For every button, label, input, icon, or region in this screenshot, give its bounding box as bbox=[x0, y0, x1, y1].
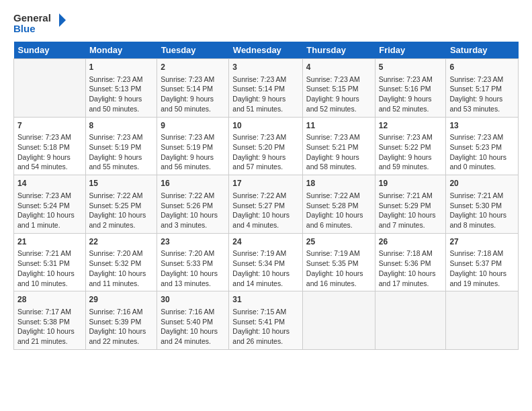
calendar-cell bbox=[302, 291, 375, 350]
day-info: Sunrise: 7:21 AM Sunset: 5:30 PM Dayligh… bbox=[449, 191, 515, 230]
day-number: 29 bbox=[89, 294, 154, 306]
day-info: Sunrise: 7:19 AM Sunset: 5:35 PM Dayligh… bbox=[306, 248, 371, 288]
calendar-cell: 29Sunrise: 7:16 AM Sunset: 5:39 PM Dayli… bbox=[85, 291, 157, 350]
day-number: 20 bbox=[449, 178, 515, 189]
day-number: 3 bbox=[232, 62, 299, 73]
day-info: Sunrise: 7:22 AM Sunset: 5:25 PM Dayligh… bbox=[89, 191, 154, 230]
day-number: 27 bbox=[449, 236, 515, 248]
weekday-header-wednesday: Wednesday bbox=[229, 42, 303, 59]
day-number: 14 bbox=[17, 178, 82, 189]
day-number: 24 bbox=[232, 236, 299, 248]
day-number: 19 bbox=[379, 178, 443, 189]
svg-text:General: General bbox=[13, 12, 51, 24]
weekday-header-sunday: Sunday bbox=[14, 42, 86, 59]
calendar-cell: 2Sunrise: 7:23 AM Sunset: 5:14 PM Daylig… bbox=[157, 59, 229, 118]
day-info: Sunrise: 7:20 AM Sunset: 5:32 PM Dayligh… bbox=[89, 248, 154, 288]
weekday-header-friday: Friday bbox=[375, 42, 446, 59]
calendar-cell: 20Sunrise: 7:21 AM Sunset: 5:30 PM Dayli… bbox=[446, 175, 519, 234]
day-info: Sunrise: 7:23 AM Sunset: 5:21 PM Dayligh… bbox=[306, 132, 371, 172]
calendar-cell: 31Sunrise: 7:15 AM Sunset: 5:41 PM Dayli… bbox=[229, 291, 303, 350]
calendar-cell: 11Sunrise: 7:23 AM Sunset: 5:21 PM Dayli… bbox=[302, 117, 375, 175]
calendar-cell: 1Sunrise: 7:23 AM Sunset: 5:13 PM Daylig… bbox=[85, 59, 157, 118]
calendar-cell: 16Sunrise: 7:22 AM Sunset: 5:26 PM Dayli… bbox=[157, 175, 229, 234]
calendar-cell: 15Sunrise: 7:22 AM Sunset: 5:25 PM Dayli… bbox=[85, 175, 157, 234]
calendar-cell bbox=[375, 291, 446, 350]
calendar-cell: 6Sunrise: 7:23 AM Sunset: 5:17 PM Daylig… bbox=[446, 59, 519, 118]
day-number: 15 bbox=[89, 178, 154, 189]
week-row-2: 7Sunrise: 7:23 AM Sunset: 5:18 PM Daylig… bbox=[14, 117, 519, 175]
calendar-cell: 12Sunrise: 7:23 AM Sunset: 5:22 PM Dayli… bbox=[375, 117, 446, 175]
weekday-header-saturday: Saturday bbox=[446, 42, 519, 59]
day-number: 7 bbox=[17, 120, 82, 132]
day-info: Sunrise: 7:23 AM Sunset: 5:22 PM Dayligh… bbox=[379, 132, 443, 172]
day-info: Sunrise: 7:22 AM Sunset: 5:27 PM Dayligh… bbox=[232, 191, 299, 230]
calendar-cell: 17Sunrise: 7:22 AM Sunset: 5:27 PM Dayli… bbox=[229, 175, 303, 234]
day-number: 12 bbox=[379, 120, 443, 132]
calendar-cell: 7Sunrise: 7:23 AM Sunset: 5:18 PM Daylig… bbox=[14, 117, 86, 175]
calendar-cell: 26Sunrise: 7:18 AM Sunset: 5:36 PM Dayli… bbox=[375, 233, 446, 291]
day-info: Sunrise: 7:18 AM Sunset: 5:36 PM Dayligh… bbox=[379, 248, 443, 288]
day-number: 8 bbox=[89, 120, 154, 132]
day-info: Sunrise: 7:17 AM Sunset: 5:38 PM Dayligh… bbox=[17, 307, 82, 347]
weekday-header-thursday: Thursday bbox=[302, 42, 375, 59]
calendar-cell: 22Sunrise: 7:20 AM Sunset: 5:32 PM Dayli… bbox=[85, 233, 157, 291]
svg-text:Blue: Blue bbox=[13, 23, 36, 34]
day-info: Sunrise: 7:19 AM Sunset: 5:34 PM Dayligh… bbox=[232, 248, 299, 288]
calendar-cell: 10Sunrise: 7:23 AM Sunset: 5:20 PM Dayli… bbox=[229, 117, 303, 175]
day-number: 2 bbox=[161, 62, 225, 73]
weekday-header-monday: Monday bbox=[85, 42, 157, 59]
day-info: Sunrise: 7:16 AM Sunset: 5:39 PM Dayligh… bbox=[89, 307, 154, 347]
day-info: Sunrise: 7:23 AM Sunset: 5:23 PM Dayligh… bbox=[449, 132, 515, 172]
day-number: 4 bbox=[306, 62, 371, 73]
calendar-cell: 13Sunrise: 7:23 AM Sunset: 5:23 PM Dayli… bbox=[446, 117, 519, 175]
week-row-5: 28Sunrise: 7:17 AM Sunset: 5:38 PM Dayli… bbox=[14, 291, 519, 350]
logo: General Blue bbox=[13, 11, 67, 35]
day-number: 23 bbox=[161, 236, 225, 248]
day-info: Sunrise: 7:21 AM Sunset: 5:29 PM Dayligh… bbox=[379, 191, 443, 230]
day-number: 17 bbox=[232, 178, 299, 189]
week-row-4: 21Sunrise: 7:21 AM Sunset: 5:31 PM Dayli… bbox=[14, 233, 519, 291]
calendar-cell: 25Sunrise: 7:19 AM Sunset: 5:35 PM Dayli… bbox=[302, 233, 375, 291]
day-info: Sunrise: 7:22 AM Sunset: 5:26 PM Dayligh… bbox=[161, 191, 225, 230]
day-info: Sunrise: 7:23 AM Sunset: 5:19 PM Dayligh… bbox=[161, 132, 225, 172]
calendar-cell: 5Sunrise: 7:23 AM Sunset: 5:16 PM Daylig… bbox=[375, 59, 446, 118]
day-info: Sunrise: 7:23 AM Sunset: 5:19 PM Dayligh… bbox=[89, 132, 154, 172]
day-number: 21 bbox=[17, 236, 82, 248]
day-info: Sunrise: 7:23 AM Sunset: 5:13 PM Dayligh… bbox=[89, 75, 154, 114]
day-number: 10 bbox=[232, 120, 299, 132]
header: General Blue bbox=[13, 11, 519, 35]
calendar-cell: 28Sunrise: 7:17 AM Sunset: 5:38 PM Dayli… bbox=[14, 291, 86, 350]
day-info: Sunrise: 7:23 AM Sunset: 5:15 PM Dayligh… bbox=[306, 75, 371, 114]
calendar-cell: 8Sunrise: 7:23 AM Sunset: 5:19 PM Daylig… bbox=[85, 117, 157, 175]
day-number: 28 bbox=[17, 294, 82, 306]
calendar-cell: 9Sunrise: 7:23 AM Sunset: 5:19 PM Daylig… bbox=[157, 117, 229, 175]
day-number: 16 bbox=[161, 178, 225, 189]
day-number: 5 bbox=[379, 62, 443, 73]
day-number: 31 bbox=[232, 294, 299, 306]
week-row-3: 14Sunrise: 7:23 AM Sunset: 5:24 PM Dayli… bbox=[14, 175, 519, 234]
day-info: Sunrise: 7:23 AM Sunset: 5:18 PM Dayligh… bbox=[17, 132, 82, 172]
calendar-cell: 21Sunrise: 7:21 AM Sunset: 5:31 PM Dayli… bbox=[14, 233, 86, 291]
day-info: Sunrise: 7:16 AM Sunset: 5:40 PM Dayligh… bbox=[161, 307, 225, 347]
day-info: Sunrise: 7:21 AM Sunset: 5:31 PM Dayligh… bbox=[17, 248, 82, 288]
calendar-cell: 3Sunrise: 7:23 AM Sunset: 5:14 PM Daylig… bbox=[229, 59, 303, 118]
calendar-cell: 30Sunrise: 7:16 AM Sunset: 5:40 PM Dayli… bbox=[157, 291, 229, 350]
calendar-cell bbox=[14, 59, 86, 118]
day-info: Sunrise: 7:23 AM Sunset: 5:14 PM Dayligh… bbox=[161, 75, 225, 114]
day-info: Sunrise: 7:23 AM Sunset: 5:20 PM Dayligh… bbox=[232, 132, 299, 172]
day-number: 26 bbox=[379, 236, 443, 248]
calendar-cell: 19Sunrise: 7:21 AM Sunset: 5:29 PM Dayli… bbox=[375, 175, 446, 234]
day-info: Sunrise: 7:23 AM Sunset: 5:17 PM Dayligh… bbox=[449, 75, 515, 114]
calendar-cell: 24Sunrise: 7:19 AM Sunset: 5:34 PM Dayli… bbox=[229, 233, 303, 291]
day-number: 22 bbox=[89, 236, 154, 248]
day-info: Sunrise: 7:18 AM Sunset: 5:37 PM Dayligh… bbox=[449, 248, 515, 288]
calendar-table: SundayMondayTuesdayWednesdayThursdayFrid… bbox=[13, 42, 519, 350]
calendar-cell: 23Sunrise: 7:20 AM Sunset: 5:33 PM Dayli… bbox=[157, 233, 229, 291]
calendar-cell: 14Sunrise: 7:23 AM Sunset: 5:24 PM Dayli… bbox=[14, 175, 86, 234]
day-number: 11 bbox=[306, 120, 371, 132]
day-info: Sunrise: 7:20 AM Sunset: 5:33 PM Dayligh… bbox=[161, 248, 225, 288]
day-info: Sunrise: 7:23 AM Sunset: 5:16 PM Dayligh… bbox=[379, 75, 443, 114]
day-info: Sunrise: 7:23 AM Sunset: 5:14 PM Dayligh… bbox=[232, 75, 299, 114]
week-row-1: 1Sunrise: 7:23 AM Sunset: 5:13 PM Daylig… bbox=[14, 59, 519, 118]
svg-marker-2 bbox=[59, 13, 66, 27]
